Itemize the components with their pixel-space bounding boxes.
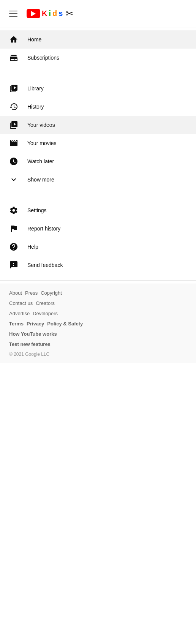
report-history-icon xyxy=(9,224,18,233)
footer: About Press Copyright Contact us Creator… xyxy=(0,284,196,363)
history-icon xyxy=(9,102,18,111)
logo-area: K i d s ✂ xyxy=(27,8,73,19)
footer-link-terms[interactable]: Terms xyxy=(9,321,24,327)
footer-link-privacy[interactable]: Privacy xyxy=(27,321,44,327)
send-feedback-icon xyxy=(9,260,18,270)
footer-links-row2: Contact us Creators xyxy=(9,300,187,306)
scissors-emoji: ✂ xyxy=(66,8,73,19)
footer-link-advertise[interactable]: Advertise xyxy=(9,311,30,316)
footer-link-about[interactable]: About xyxy=(9,290,22,296)
menu-button[interactable] xyxy=(6,8,21,20)
nav-section-library: Library History Your videos Your movies xyxy=(0,76,196,192)
chevron-down-icon xyxy=(9,175,18,184)
sidebar-item-help[interactable]: Help xyxy=(0,238,196,256)
footer-link-policy[interactable]: Policy & Safety xyxy=(47,321,83,327)
your-movies-icon xyxy=(9,139,18,148)
help-icon xyxy=(9,242,18,251)
nav-divider-2 xyxy=(0,195,196,195)
footer-link-developers[interactable]: Developers xyxy=(33,311,58,316)
sidebar-item-label: Subscriptions xyxy=(27,55,59,61)
footer-link-test-features[interactable]: Test new features xyxy=(9,341,51,347)
footer-link-how-yt-works[interactable]: How YouTube works xyxy=(9,331,57,337)
kids-logo-text: K xyxy=(42,9,47,18)
sidebar-item-report-history[interactable]: Report history xyxy=(0,219,196,238)
sidebar-item-watch-later[interactable]: Watch later xyxy=(0,152,196,170)
sidebar-item-settings[interactable]: Settings xyxy=(0,201,196,219)
kids-logo-text3: d xyxy=(52,9,57,18)
your-videos-icon xyxy=(9,120,18,129)
home-icon xyxy=(9,35,18,44)
sidebar-item-show-more[interactable]: Show more xyxy=(0,170,196,189)
sidebar-item-home[interactable]: Home xyxy=(0,30,196,49)
subscriptions-icon xyxy=(9,53,18,62)
footer-link-copyright[interactable]: Copyright xyxy=(41,290,62,296)
nav-section-main: Home Subscriptions xyxy=(0,27,196,70)
footer-link-contact[interactable]: Contact us xyxy=(9,300,33,306)
footer-link-creators[interactable]: Creators xyxy=(36,300,55,306)
kids-logo-text4: s xyxy=(58,9,63,18)
footer-links-row1: About Press Copyright xyxy=(9,290,187,296)
sidebar-item-send-feedback[interactable]: Send feedback xyxy=(0,256,196,274)
kids-logo-text2: i xyxy=(49,9,51,18)
sidebar-item-label: Watch later xyxy=(27,158,54,164)
settings-icon xyxy=(9,206,18,215)
footer-bold-links-row3: Test new features xyxy=(9,341,187,347)
sidebar-item-label: Settings xyxy=(27,207,47,213)
sidebar-item-your-videos[interactable]: Your videos xyxy=(0,116,196,134)
sidebar-item-label: Your videos xyxy=(27,122,55,128)
sidebar-item-label: Report history xyxy=(27,226,60,232)
sidebar-item-label: History xyxy=(27,104,44,110)
footer-links-row3: Advertise Developers xyxy=(9,311,187,316)
nav-section-settings: Settings Report history Help Send feedba… xyxy=(0,198,196,277)
sidebar-item-label: Show more xyxy=(27,177,54,183)
header: K i d s ✂ xyxy=(0,0,196,27)
youtube-icon xyxy=(27,9,40,18)
sidebar-item-your-movies[interactable]: Your movies xyxy=(0,134,196,152)
nav-divider-1 xyxy=(0,73,196,73)
nav-divider-3 xyxy=(0,280,196,281)
footer-link-press[interactable]: Press xyxy=(25,290,38,296)
footer-bold-links-row2: How YouTube works xyxy=(9,331,187,337)
sidebar-item-library[interactable]: Library xyxy=(0,79,196,98)
sidebar-item-label: Help xyxy=(27,244,38,250)
sidebar-item-history[interactable]: History xyxy=(0,98,196,116)
library-icon xyxy=(9,84,18,93)
sidebar-item-label: Your movies xyxy=(27,140,57,146)
watch-later-icon xyxy=(9,157,18,166)
sidebar-item-label: Library xyxy=(27,85,44,92)
sidebar-item-subscriptions[interactable]: Subscriptions xyxy=(0,49,196,67)
footer-copyright: © 2021 Google LLC xyxy=(9,352,187,357)
footer-bold-links-row1: Terms Privacy Policy & Safety xyxy=(9,321,187,327)
sidebar-item-label: Home xyxy=(27,36,41,43)
sidebar-item-label: Send feedback xyxy=(27,262,63,268)
